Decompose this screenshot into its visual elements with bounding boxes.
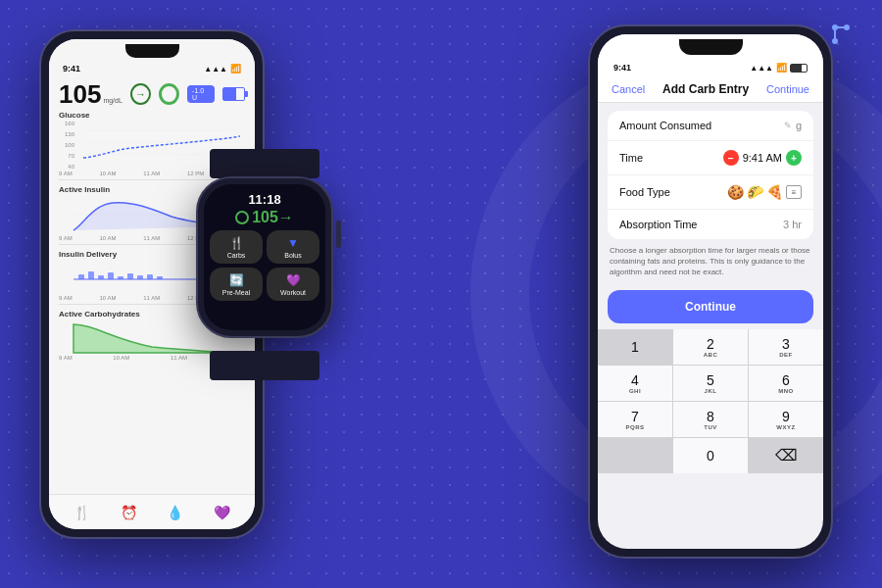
numpad-3-main: 3 (782, 336, 790, 352)
time-plus-btn[interactable]: + (786, 150, 802, 166)
time-minus-btn[interactable]: − (723, 150, 739, 166)
time-value[interactable]: − 9:41 AM + (723, 150, 802, 166)
watch-grid: 🍴 Carbs ▼ Bolus 🔄 Pre-Meal 💜 Workout (210, 230, 319, 301)
numpad-empty (598, 438, 672, 473)
watch-bolus-icon: ▼ (287, 236, 299, 250)
right-phone-notch (679, 39, 743, 55)
active-insulin-label: Active Insulin (59, 185, 110, 194)
left-status-bar: 9:41 ▲▲▲ 📶 (49, 58, 255, 75)
wifi-icon: 📶 (230, 64, 241, 74)
watch-workout-label: Workout (280, 289, 306, 296)
amount-input-icon: ✎ (784, 121, 792, 130)
numpad-8-main: 8 (707, 409, 714, 424)
phone-right: 9:41 ▲▲▲ 📶 Cancel Add Carb Entry Continu… (588, 24, 833, 559)
signal-icon: ▲▲▲ (204, 65, 227, 74)
numpad-7-sub: PQRS (625, 424, 644, 430)
numpad-5[interactable]: 5 JKL (673, 366, 748, 401)
left-tab-bar: 🍴 ⏰ 💧 💜 (49, 494, 255, 529)
glucose-chart-label: Glucose (59, 111, 245, 120)
glucose-trend-icon: → (130, 83, 151, 105)
amount-label: Amount Consumed (619, 120, 711, 131)
watch-screen: 11:18 105→ 🍴 Carbs ▼ Bolus 🔄 (204, 184, 325, 330)
scene: 9:41 ▲▲▲ 📶 105 mg/dL → -1.0 U (0, 0, 882, 588)
numpad-0[interactable]: 0 (673, 438, 748, 473)
numpad-4[interactable]: 4 GHI (598, 366, 672, 401)
watch-glucose-ring (235, 211, 249, 224)
modal-header: Cancel Add Carb Entry Continue (598, 74, 823, 103)
numpad-4-main: 4 (631, 372, 639, 388)
numpad: 1 2 ABC 3 DEF 4 GHI 5 JKL (598, 329, 823, 473)
absorption-label: Absorption Time (619, 219, 697, 230)
right-time: 9:41 (613, 63, 631, 73)
watch-carbs-label: Carbs (227, 252, 246, 259)
svg-rect-10 (78, 274, 84, 279)
svg-rect-17 (147, 274, 153, 279)
tab-heart-icon[interactable]: 💜 (214, 505, 230, 520)
numpad-9[interactable]: 9 WXYZ (749, 402, 823, 437)
numpad-3[interactable]: 3 DEF (749, 329, 823, 365)
numpad-5-sub: JKL (705, 388, 717, 394)
food-type-icons[interactable]: 🍪 🌮 🍕 ≡ (727, 184, 802, 200)
watch-premeal-icon: 🔄 (229, 273, 244, 287)
numpad-6[interactable]: 6 MNO (749, 366, 823, 401)
left-time: 9:41 (63, 64, 80, 74)
amount-unit: g (796, 120, 802, 131)
watch-glucose: 105→ (235, 209, 294, 226)
phone-right-screen: 9:41 ▲▲▲ 📶 Cancel Add Carb Entry Continu… (598, 34, 823, 549)
numpad-2-sub: ABC (704, 352, 718, 358)
numpad-7-main: 7 (631, 409, 639, 424)
watch-glucose-value: 105→ (252, 209, 294, 226)
tab-bolus-icon[interactable]: 💧 (167, 505, 183, 520)
numpad-4-sub: GHI (629, 388, 641, 394)
watch-carbs-icon: 🍴 (229, 236, 244, 250)
food-type-more-btn[interactable]: ≡ (786, 185, 802, 199)
svg-rect-12 (98, 275, 104, 279)
right-battery-icon (790, 64, 808, 73)
numpad-1[interactable]: 1 (598, 329, 672, 365)
numpad-2[interactable]: 2 ABC (673, 329, 748, 365)
numpad-5-main: 5 (707, 372, 714, 388)
right-signal-icon: ▲▲▲ (750, 64, 773, 73)
svg-rect-11 (88, 271, 94, 279)
battery-icon (222, 87, 245, 101)
header-continue-button[interactable]: Continue (766, 83, 809, 95)
watch-premeal-btn[interactable]: 🔄 Pre-Meal (210, 268, 263, 301)
amount-value[interactable]: ✎ g (784, 120, 802, 131)
svg-rect-13 (108, 272, 114, 279)
numpad-delete[interactable]: ⌫ (749, 438, 823, 473)
numpad-7[interactable]: 7 PQRS (598, 402, 672, 437)
glucose-ring-icon (159, 83, 179, 105)
watch-crown[interactable] (336, 220, 341, 248)
numpad-8-sub: TUV (704, 424, 717, 430)
glucose-header: 105 mg/dL → -1.0 U (49, 75, 255, 109)
svg-rect-15 (127, 273, 133, 279)
tab-clock-icon[interactable]: ⏰ (121, 505, 137, 520)
numpad-6-sub: MNO (778, 388, 794, 394)
food-icon-taco[interactable]: 🌮 (747, 184, 763, 200)
time-display: 9:41 AM (743, 152, 782, 164)
app-logo (827, 20, 858, 55)
glucose-value: 105 (59, 81, 101, 107)
apple-watch: 11:18 105→ 🍴 Carbs ▼ Bolus 🔄 (186, 167, 343, 363)
tab-fork-icon[interactable]: 🍴 (74, 505, 90, 520)
right-status-bar: 9:41 ▲▲▲ 📶 (598, 55, 823, 74)
food-icon-pizza[interactable]: 🍕 (766, 184, 783, 200)
time-label: Time (619, 152, 643, 164)
watch-workout-btn[interactable]: 💜 Workout (267, 268, 319, 301)
food-icon-cookie[interactable]: 🍪 (727, 184, 744, 200)
numpad-8[interactable]: 8 TUV (673, 402, 748, 437)
watch-band-bottom (210, 351, 319, 380)
hint-text: Choose a longer absorption time for larg… (598, 239, 823, 284)
time-row: Time − 9:41 AM + (608, 141, 813, 175)
cancel-button[interactable]: Cancel (612, 83, 645, 95)
numpad-9-sub: WXYZ (776, 424, 795, 430)
numpad-0-main: 0 (707, 448, 714, 464)
watch-bolus-btn[interactable]: ▼ Bolus (267, 230, 319, 264)
food-type-row: Food Type 🍪 🌮 🍕 ≡ (608, 175, 813, 210)
continue-button[interactable]: Continue (608, 290, 813, 323)
watch-carbs-btn[interactable]: 🍴 Carbs (210, 230, 263, 264)
absorption-time-row: Absorption Time 3 hr (608, 210, 813, 239)
right-wifi-icon: 📶 (776, 63, 787, 73)
watch-body: 11:18 105→ 🍴 Carbs ▼ Bolus 🔄 (196, 176, 333, 338)
absorption-value[interactable]: 3 hr (783, 219, 802, 230)
